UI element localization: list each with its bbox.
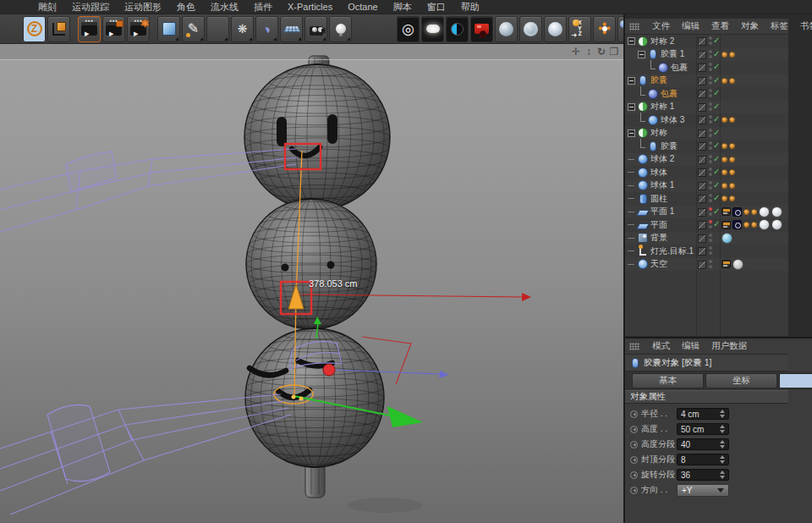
phong-tag[interactable] [751,222,757,228]
visibility-dots[interactable] [709,50,712,60]
rotate-icon[interactable]: ↻ [596,46,606,58]
visibility-dots[interactable] [709,246,712,256]
keyframe-circle-icon[interactable] [630,487,638,494]
layer-color-square[interactable] [698,77,706,85]
expander-open[interactable] [628,129,635,137]
value-input[interactable]: 36 [677,469,729,481]
tree-row-球体 3[interactable]: 球体 3✓ [625,113,788,127]
tree-row-背景[interactable]: 背景 [625,232,788,245]
menu-item-角色[interactable]: 角色 [169,1,203,14]
layer-color-square[interactable] [698,221,706,229]
toolbar-render-settings-button[interactable] [127,16,150,42]
material-gray-tag[interactable] [732,259,743,270]
am-menu-编辑[interactable]: 编辑 [676,340,705,352]
tree-row-球体 2[interactable]: 球体 2✓ [625,153,788,167]
toolbar-zoom-plugin-button[interactable]: Z [23,16,46,42]
layer-color-square[interactable] [698,208,706,217]
phong-tag[interactable] [743,222,749,228]
phong-tag[interactable] [721,143,727,149]
texture-tag[interactable] [721,260,731,268]
phong-tag[interactable] [729,143,735,149]
toolbar-target-tag-button[interactable]: ◎ [397,16,420,42]
tree-row-平面 1[interactable]: 平面 1✓ [625,206,788,219]
layer-color-square[interactable] [698,247,706,256]
menu-item-雕刻[interactable]: 雕刻 [30,1,64,14]
phong-tag[interactable] [721,183,727,189]
toolbar-deformer-button[interactable]: ◗ [255,16,278,42]
keyframe-circle-icon[interactable] [630,441,638,449]
toolbar-material-sphere-2-button[interactable] [519,16,542,42]
material-blue-tag[interactable] [721,233,732,244]
expander-open[interactable] [638,51,645,58]
toolbar-floor-button[interactable] [280,16,303,42]
expander-open[interactable] [628,77,635,85]
keyframe-circle-icon[interactable] [630,410,638,418]
layer-color-square[interactable] [698,182,706,190]
tree-row-圆柱[interactable]: 圆柱✓ [625,192,788,206]
stepper-arrows-icon[interactable] [719,471,725,479]
tree-row-灯光.目标.1[interactable]: 灯光.目标.1 [625,245,788,258]
enable-check[interactable]: ✓ [713,140,720,150]
texture-tag[interactable] [721,221,731,229]
stepper-arrows-icon[interactable] [719,455,725,464]
dango-sphere-top[interactable] [244,64,390,210]
toolbar-material-sphere-3-button[interactable] [544,16,567,42]
tree-row-包裹[interactable]: 包裹✓ [625,87,788,101]
toolbar-mograph-generator-button[interactable]: ❋ [231,16,254,42]
layer-color-square[interactable] [698,37,706,46]
grip-icon[interactable] [629,23,639,30]
zoom-icon[interactable]: ↕ [584,46,594,58]
tree-row-天空[interactable]: 天空 [625,258,788,272]
enable-check[interactable]: ✓ [713,128,720,137]
am-menu-模式[interactable]: 模式 [646,340,676,352]
phong-tag[interactable] [729,195,735,201]
menu-item-Octane[interactable]: Octane [340,2,385,12]
toolbar-render-picture-viewer-button[interactable] [102,16,125,42]
tree-row-胶囊[interactable]: 胶囊✓ [625,74,788,88]
value-input[interactable]: 4 cm [677,408,729,420]
am-menu-用户数据[interactable]: 用户数据 [705,340,753,352]
compositing-tag[interactable] [732,220,742,229]
om-menu-对象[interactable]: 对象 [735,20,765,32]
visibility-dots[interactable] [709,102,712,113]
tab-基本[interactable]: 基本 [632,373,704,388]
phong-tag[interactable] [729,157,735,162]
material-tag[interactable] [759,219,770,230]
material-tag[interactable] [771,206,782,217]
enable-check[interactable]: ✓ [713,49,720,58]
expander-open[interactable] [628,37,635,45]
tab-坐标[interactable]: 坐标 [705,373,777,388]
tree-row-对称 2[interactable]: 对称 2✓ [625,35,788,48]
menu-item-脚本[interactable]: 脚本 [386,1,420,14]
visibility-dots[interactable] [709,181,712,191]
tree-row-对称[interactable]: 对称✓ [625,127,788,140]
visibility-dots[interactable] [709,234,712,244]
layer-color-square[interactable] [698,168,706,177]
enable-check[interactable]: ✓ [713,167,720,176]
layer-color-square[interactable] [698,103,706,112]
layer-color-square[interactable] [698,51,706,59]
om-menu-查看[interactable]: 查看 [705,20,735,32]
keyframe-circle-icon[interactable] [630,471,638,479]
tree-row-包裹[interactable]: 包裹✓ [625,61,788,74]
menu-item-插件[interactable]: 插件 [246,1,280,14]
phong-tag[interactable] [721,78,727,84]
toolbar-render-view-button[interactable] [78,16,101,42]
enable-check[interactable]: ✓ [713,114,720,124]
enable-check[interactable]: ✓ [713,219,720,228]
visibility-dots[interactable] [709,129,712,139]
toolbar-subdivision-surface-button[interactable] [206,16,229,42]
toolbar-axis-xyz-button[interactable]: X Y Z [568,16,591,42]
menu-item-窗口[interactable]: 窗口 [420,1,453,14]
pan-icon[interactable]: ✛ [571,46,581,58]
visibility-dots[interactable] [709,36,712,47]
visibility-dots[interactable] [709,168,712,178]
toolbar-axis-workplane-button[interactable] [47,16,70,42]
toolbar-physical-camera-button[interactable] [470,16,493,42]
visibility-dots[interactable] [709,63,712,73]
material-tag[interactable] [771,219,782,230]
menu-item-运动跟踪[interactable]: 运动跟踪 [64,1,117,14]
layer-color-square[interactable] [698,142,706,151]
visibility-dots[interactable] [709,89,712,99]
toolbar-coordinates-button[interactable]: ✣ [593,16,616,42]
